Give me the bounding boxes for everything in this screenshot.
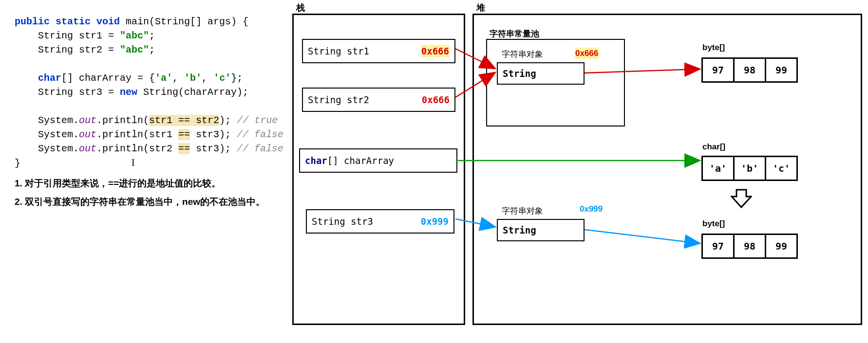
code-block: public static void main(String[] args) {… [15,15,283,170]
cmt-false-2: // false [237,143,283,154]
note-1: 1. 对于引用类型来说，==进行的是地址值的比较。 [15,174,265,193]
char-cell: 'b' [733,156,766,181]
code-l10b: .println(str2 [96,143,178,154]
code-l8a: System. [15,115,79,126]
pool-addr-666: 0x666 [575,49,599,58]
heap-addr-999: 0x999 [580,204,603,214]
byte-cell: 99 [765,57,798,83]
char-array: 'a' 'b' 'c' [701,156,798,181]
code-l8b: .println( [96,115,149,126]
stack-str2-addr: 0x666 [422,94,450,105]
code-l9b: .println(str1 [96,129,178,140]
stack-str2: String str2 0x666 [302,88,455,112]
code-l8d: ); [219,115,237,126]
code-l9a: System. [15,129,79,140]
out-3: out [79,143,96,154]
kw-public: public [15,16,50,27]
stack-str1-addr: 0x666 [421,45,450,57]
byte-array-1: 97 98 99 [701,57,798,83]
sig-main: main(String[] args) { [120,16,248,27]
char-a: 'a' [155,72,172,84]
cmt-false-1: // false [237,129,283,140]
byte-cell: 98 [733,234,766,259]
code-l2a: String str1 = [15,30,120,41]
kw-static: static [56,16,91,27]
str-abc-2: "abc" [120,44,149,55]
hl-eq-2: == [178,143,190,154]
code-l5i: }; [231,72,243,84]
note-2: 2. 双引号直接写的字符串在常量池当中，new的不在池当中。 [15,193,265,211]
heap-title: 堆 [476,2,485,14]
code-l2c: ; [149,30,155,41]
code-l3a: String str2 = [15,44,120,55]
hl-eq-1: == [178,129,190,140]
stack-chararray-name: [] charArray [327,155,394,166]
svg-marker-0 [732,190,751,207]
code-l9c: str3); [190,129,237,140]
byte-cell: 97 [701,234,735,259]
string-class-2: String [503,225,536,235]
char-arr-label: char[] [702,142,725,152]
kw-new: new [120,87,137,98]
text-cursor-icon: I [132,157,135,168]
code-close: } [15,158,20,169]
char-cell: 'c' [765,156,798,181]
byte-arr-label-2: byte[] [702,219,725,229]
stack-str1-name: String str1 [308,46,369,56]
kw-char: char [38,72,61,84]
byte-array-2: 97 98 99 [701,234,798,259]
cmt-true: // true [237,115,278,126]
str-abc-1: "abc" [120,30,149,41]
str-obj-label-2: 字符串对象 [502,205,543,217]
string-class-1: String [503,68,536,79]
stack-str2-name: String str2 [308,94,369,105]
out-1: out [79,115,96,126]
code-l5g: , [202,72,213,84]
code-l10a: System. [15,143,79,154]
string-obj-new: String [497,219,585,241]
code-l6c: String(charArray); [137,87,248,98]
code-l6a: String str3 = [15,87,120,98]
str-obj-label-1: 字符串对象 [502,49,543,60]
code-l5a [15,72,38,84]
code-l3c: ; [149,44,155,55]
code-l5e: , [172,72,184,84]
string-obj-pool: String [497,62,585,85]
char-c: 'c' [213,72,231,84]
byte-arr-label-1: byte[] [702,43,725,53]
stack-chararray: char[] charArray [299,148,457,173]
byte-cell: 97 [701,57,735,83]
stack-title: 栈 [296,2,305,14]
code-l10c: str3); [190,143,237,154]
stack-str3-name: String str3 [312,216,373,227]
stack-str1: String str1 0x666 [302,39,455,63]
stack-char-kw: char [305,155,327,166]
char-cell: 'a' [701,156,735,181]
kw-void: void [96,16,120,27]
stack-str3: String str3 0x999 [306,209,454,234]
down-arrow-icon [731,189,752,209]
byte-cell: 99 [765,234,798,259]
pool-title: 字符串常量池 [490,28,539,39]
stack-str3-addr: 0x999 [421,216,449,227]
hl-comparison: str1 == str2 [149,115,219,126]
char-b: 'b' [184,72,202,84]
out-2: out [79,129,96,140]
byte-cell: 98 [733,57,766,83]
code-l5c: [] charArray = { [61,72,155,84]
explanation-notes: 1. 对于引用类型来说，==进行的是地址值的比较。 2. 双引号直接写的字符串在… [15,174,265,211]
